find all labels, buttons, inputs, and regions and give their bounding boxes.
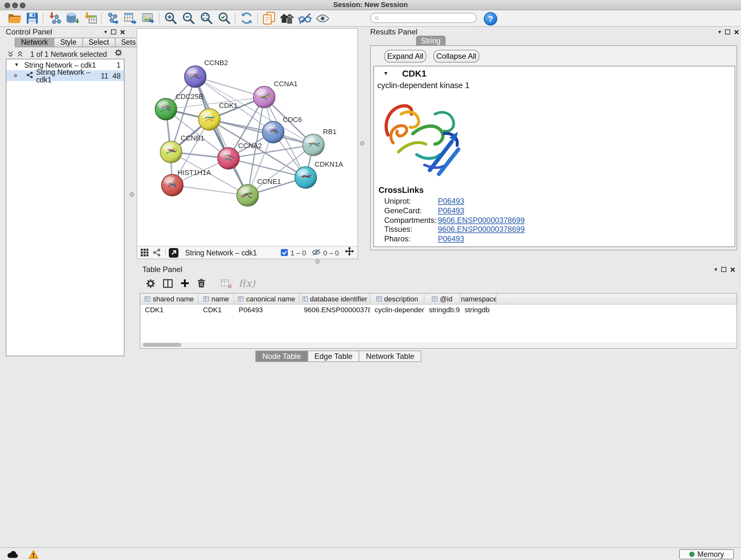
results-panel-title: Results Panel: [370, 27, 417, 37]
detach-view-icon[interactable]: [169, 247, 179, 258]
export-network-button[interactable]: [104, 10, 121, 26]
panel-menu-icon[interactable]: ▾: [718, 29, 721, 35]
column-header-namespace[interactable]: namespace: [460, 294, 496, 304]
table-cell[interactable]: P06493: [234, 305, 299, 315]
panel-menu-icon[interactable]: ▾: [105, 29, 107, 35]
column-header-canonical-name[interactable]: canonical name: [234, 294, 299, 304]
panel-float-icon[interactable]: [725, 29, 730, 35]
crosslink-link[interactable]: P06493: [438, 234, 464, 244]
show-columns-icon[interactable]: [162, 277, 174, 289]
tab-node-table[interactable]: Node Table: [255, 351, 308, 362]
window-minimize-button[interactable]: [12, 2, 18, 8]
expand-all-icon[interactable]: [17, 48, 23, 60]
network-edge[interactable]: [172, 185, 248, 195]
network-view-title: String Network – cdk1: [185, 249, 257, 256]
network-graph[interactable]: CCNB2CCNA1CDC25BCDK1CDC6RB1CCNB1CCNA2CDK…: [137, 29, 357, 246]
add-column-icon[interactable]: [179, 278, 190, 289]
table-horizontal-scrollbar[interactable]: [141, 342, 736, 348]
apply-layout-button[interactable]: [238, 10, 255, 26]
warning-icon[interactable]: [28, 549, 39, 559]
panel-menu-icon[interactable]: ▾: [715, 266, 718, 273]
cloud-icon[interactable]: [6, 549, 19, 559]
table-cell[interactable]: 9606.ENSP00000378699: [299, 305, 370, 315]
tab-string[interactable]: String: [416, 36, 446, 46]
window-zoom-button[interactable]: [20, 2, 25, 8]
share-view-icon[interactable]: [152, 248, 161, 257]
crosslink-link[interactable]: 9606.ENSP00000378699: [438, 215, 525, 225]
tab-network-table[interactable]: Network Table: [359, 351, 421, 362]
open-session-button[interactable]: [5, 10, 23, 26]
network-selection-row: 1 of 1 Network selected: [3, 49, 127, 59]
panel-close-icon[interactable]: ×: [120, 29, 125, 35]
table-cell[interactable]: CDK1: [140, 305, 199, 315]
import-table-file-button[interactable]: [81, 10, 99, 26]
panel-float-icon[interactable]: [111, 29, 116, 35]
table-cell[interactable]: stringdb:9...: [424, 305, 460, 315]
table-cell[interactable]: cyclin-dependent ...: [370, 305, 424, 315]
search-input[interactable]: [382, 14, 472, 22]
tab-network[interactable]: Network: [15, 38, 54, 47]
toolbar-separator: [159, 12, 159, 24]
network-share-icon: [26, 71, 33, 80]
table-cell[interactable]: CDK1: [199, 305, 234, 315]
gear-icon[interactable]: [114, 48, 123, 60]
clone-network-button[interactable]: [260, 10, 278, 26]
left-splitter-handle[interactable]: [130, 192, 134, 197]
zoom-fit-button[interactable]: [197, 10, 215, 26]
network-row[interactable]: String Network – cdk1 11 48: [6, 70, 124, 81]
expand-all-button[interactable]: Expand All: [384, 50, 426, 63]
zoom-in-button[interactable]: [161, 10, 179, 26]
help-button[interactable]: ?: [484, 12, 497, 25]
panel-close-icon[interactable]: ×: [734, 29, 739, 35]
column-header-id[interactable]: @id: [424, 294, 460, 304]
column-type-icon: [238, 296, 244, 302]
crosslink-link[interactable]: 9606.ENSP00000378699: [438, 225, 525, 235]
export-table-button[interactable]: [121, 10, 139, 26]
show-graphics-details-button[interactable]: [313, 10, 331, 26]
collapse-all-icon[interactable]: [7, 48, 14, 60]
column-header-shared-name[interactable]: shared name: [140, 294, 199, 304]
session-home-button[interactable]: [278, 10, 295, 26]
table-row[interactable]: CDK1CDK1P064939606.ENSP00000378699cyclin…: [140, 305, 737, 315]
bottom-splitter-handle[interactable]: [315, 259, 320, 264]
tree-expand-icon[interactable]: ▼: [14, 62, 19, 68]
panel-float-icon[interactable]: [721, 267, 726, 272]
zoom-selected-button[interactable]: [215, 10, 233, 26]
delete-column-icon[interactable]: [196, 278, 207, 289]
table-cell[interactable]: stringdb: [460, 305, 496, 315]
collapse-all-button[interactable]: Collapse All: [433, 50, 479, 63]
memory-button[interactable]: Memory: [679, 549, 734, 559]
network-node-HIST1H1A[interactable]: HIST1H1A: [161, 169, 211, 196]
import-network-file-button[interactable]: [45, 10, 63, 26]
tab-edge-table[interactable]: Edge Table: [307, 351, 360, 362]
collapse-section-icon[interactable]: ▾: [384, 70, 387, 77]
move-icon[interactable]: [345, 246, 354, 259]
column-type-icon: [301, 296, 308, 302]
window-close-button[interactable]: [4, 2, 10, 8]
column-header-description[interactable]: description: [370, 294, 424, 304]
zoom-out-button[interactable]: [179, 10, 197, 26]
tab-style[interactable]: Style: [54, 38, 83, 47]
right-splitter-handle[interactable]: [360, 141, 364, 145]
save-session-button[interactable]: [23, 10, 41, 26]
export-image-button[interactable]: [139, 10, 157, 26]
function-builder-icon[interactable]: f(x): [239, 277, 255, 289]
column-header-database-identifier[interactable]: database identifier: [299, 294, 370, 304]
crosslink-link[interactable]: P06493: [438, 197, 464, 206]
network-canvas[interactable]: CCNB2CCNA1CDC25BCDK1CDC6RB1CCNB1CCNA2CDK…: [137, 28, 358, 259]
table-gear-icon[interactable]: [145, 277, 156, 289]
import-network-database-button[interactable]: [63, 10, 81, 26]
crosslink-link[interactable]: P06493: [438, 206, 464, 216]
hide-graphics-details-button[interactable]: [295, 10, 313, 26]
grid-view-icon[interactable]: [140, 248, 149, 257]
tab-select[interactable]: Select: [82, 38, 116, 47]
scrollbar-thumb[interactable]: [143, 343, 181, 347]
network-node-CCNA1[interactable]: CCNA1: [253, 80, 298, 108]
hidden-eye-icon[interactable]: [311, 247, 321, 258]
panel-close-icon[interactable]: ×: [730, 266, 735, 273]
selected-checkbox-icon[interactable]: [281, 247, 288, 258]
network-node-RB1[interactable]: RB1: [302, 128, 337, 156]
column-header-name[interactable]: name: [199, 294, 234, 304]
network-node-CDKN1A[interactable]: CDKN1A: [295, 160, 343, 188]
node-label: CCNE1: [257, 178, 281, 186]
